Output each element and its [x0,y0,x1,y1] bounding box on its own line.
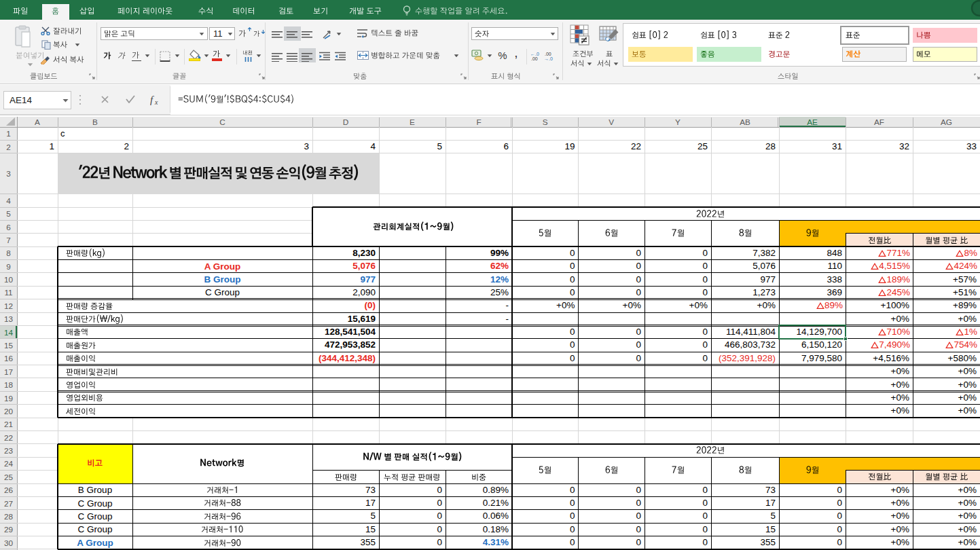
svg-text:x: x [154,98,158,105]
svg-text:.00: .00 [545,52,551,56]
svg-text:→.0: →.0 [544,56,553,61]
svg-text:.00: .00 [531,56,538,61]
svg-text:←.0: ←.0 [530,52,539,56]
svg-text:f: f [150,94,154,105]
